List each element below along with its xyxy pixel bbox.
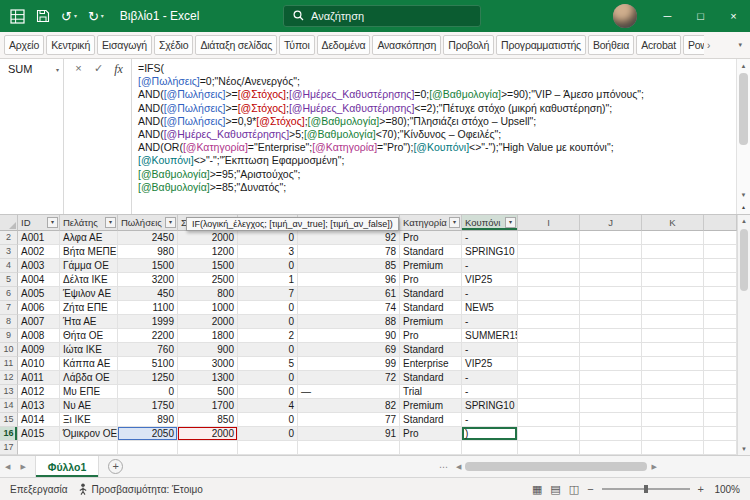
ribbon-tab-acrobat[interactable]: Acrobat (636, 35, 681, 55)
ribbon-tab-review[interactable]: Ανασκόπηση (372, 35, 441, 55)
cell-I17[interactable] (518, 441, 580, 455)
ribbon-options-icon[interactable]: ▾ (738, 41, 750, 49)
cell-L14[interactable] (704, 399, 737, 413)
column-header-L[interactable] (704, 215, 737, 231)
cell-A7[interactable]: A006 (18, 301, 60, 315)
cell-J12[interactable] (580, 371, 642, 385)
name-box[interactable]: SUM ▾ (0, 59, 64, 214)
cell-D9[interactable]: 1800 (178, 329, 238, 343)
cell-I15[interactable] (518, 413, 580, 427)
cell-H8[interactable]: - (462, 315, 518, 329)
cell-F14[interactable]: 82 (298, 399, 400, 413)
row-header-16[interactable]: 16 (0, 427, 18, 441)
cell-F17[interactable] (298, 441, 400, 455)
vscroll-thumb[interactable] (740, 229, 748, 291)
cell-K7[interactable] (642, 301, 704, 315)
cell-L15[interactable] (704, 413, 737, 427)
cell-B10[interactable]: Ιώτα ΙΚΕ (60, 343, 118, 357)
cell-E14[interactable]: 4 (238, 399, 298, 413)
zoom-slider-thumb[interactable] (644, 485, 648, 493)
cell-H9[interactable]: SUMMER15 (462, 329, 518, 343)
cell-I8[interactable] (518, 315, 580, 329)
cell-L7[interactable] (704, 301, 737, 315)
cell-E9[interactable]: 2 (238, 329, 298, 343)
ribbon-tab-developer[interactable]: Προγραμματιστής (496, 35, 586, 55)
cell-G2[interactable]: Pro (400, 231, 462, 245)
cell-B13[interactable]: Μυ ΕΠΕ (60, 385, 118, 399)
cell-J5[interactable] (580, 273, 642, 287)
ribbon-tab-file[interactable]: Αρχείο (4, 35, 44, 55)
add-sheet-button[interactable]: + (108, 459, 123, 474)
cell-D8[interactable]: 2000 (178, 315, 238, 329)
cell-C2[interactable]: 2450 (118, 231, 178, 245)
hscroll-thumb[interactable] (465, 462, 647, 471)
cell-E12[interactable]: 0 (238, 371, 298, 385)
cell-L5[interactable] (704, 273, 737, 287)
column-header-J[interactable]: J (580, 215, 642, 231)
scroll-up-icon[interactable]: ▲ (738, 218, 750, 224)
cell-J8[interactable] (580, 315, 642, 329)
cell-H10[interactable]: - (462, 343, 518, 357)
cell-A14[interactable]: A013 (18, 399, 60, 413)
cell-B17[interactable] (60, 441, 118, 455)
ribbon-overflow-chevron[interactable]: › (704, 40, 713, 51)
cell-E15[interactable]: 0 (238, 413, 298, 427)
cell-D3[interactable]: 1200 (178, 245, 238, 259)
normal-view-button[interactable]: ▦ (532, 484, 542, 495)
cell-J2[interactable] (580, 231, 642, 245)
cell-G14[interactable]: Premium (400, 399, 462, 413)
cell-F13[interactable]: — (298, 385, 400, 399)
cell-A5[interactable]: A004 (18, 273, 60, 287)
cell-G12[interactable]: Standard (400, 371, 462, 385)
scroll-down-icon[interactable]: ▼ (737, 190, 750, 200)
row-header-13[interactable]: 13 (0, 385, 18, 399)
cell-H11[interactable]: VIP25 (462, 357, 518, 371)
formula-text[interactable]: =IFS([@Πωλήσεις]=0;"Νέος/Ανενεργός";AND(… (132, 59, 736, 214)
cell-I16[interactable] (518, 427, 580, 441)
cell-I7[interactable] (518, 301, 580, 315)
cell-C6[interactable]: 450 (118, 287, 178, 301)
cell-D4[interactable]: 1500 (178, 259, 238, 273)
row-header-12[interactable]: 12 (0, 371, 18, 385)
cell-A4[interactable]: A003 (18, 259, 60, 273)
filter-dropdown-icon[interactable]: ▾ (505, 217, 516, 228)
row-header-11[interactable]: 11 (0, 357, 18, 371)
cell-H17[interactable] (462, 441, 518, 455)
column-header-H[interactable]: Κουπόνι▾ (462, 215, 518, 231)
insert-function-button[interactable]: fx (111, 62, 126, 77)
sheet-nav-left-icon[interactable]: ◀ (0, 463, 15, 471)
cell-D7[interactable]: 1000 (178, 301, 238, 315)
cell-J17[interactable] (580, 441, 642, 455)
cell-I11[interactable] (518, 357, 580, 371)
cell-C13[interactable]: 0 (118, 385, 178, 399)
row-header-9[interactable]: 9 (0, 329, 18, 343)
column-header-B[interactable]: Πελάτης▾ (60, 215, 118, 231)
cell-A6[interactable]: A005 (18, 287, 60, 301)
cell-A9[interactable]: A008 (18, 329, 60, 343)
cell-G11[interactable]: Enterprise (400, 357, 462, 371)
cell-L10[interactable] (704, 343, 737, 357)
cell-B7[interactable]: Ζήτα ΕΠΕ (60, 301, 118, 315)
cell-C3[interactable]: 980 (118, 245, 178, 259)
cell-B2[interactable]: Αλφα ΑΕ (60, 231, 118, 245)
cell-K14[interactable] (642, 399, 704, 413)
cell-F16[interactable]: 91 (298, 427, 400, 441)
cell-B15[interactable]: Ξι ΙΚΕ (60, 413, 118, 427)
cell-F4[interactable]: 85 (298, 259, 400, 273)
ribbon-tab-data[interactable]: Δεδομένα (317, 35, 371, 55)
ribbon-tab-view[interactable]: Προβολή (443, 35, 494, 55)
collapse-formula-bar-icon[interactable]: ▴ (737, 202, 750, 212)
cell-J16[interactable] (580, 427, 642, 441)
cell-G10[interactable]: Standard (400, 343, 462, 357)
scroll-up-icon[interactable]: ▲ (737, 61, 750, 71)
row-header-6[interactable]: 6 (0, 287, 18, 301)
cell-E8[interactable]: 0 (238, 315, 298, 329)
cell-L3[interactable] (704, 245, 737, 259)
cell-D5[interactable]: 2500 (178, 273, 238, 287)
cell-H6[interactable]: - (462, 287, 518, 301)
ribbon-tab-insert[interactable]: Εισαγωγή (97, 35, 152, 55)
row-header-8[interactable]: 8 (0, 315, 18, 329)
cell-F12[interactable]: 72 (298, 371, 400, 385)
maximize-button[interactable]: □ (684, 0, 717, 32)
cell-C10[interactable]: 760 (118, 343, 178, 357)
